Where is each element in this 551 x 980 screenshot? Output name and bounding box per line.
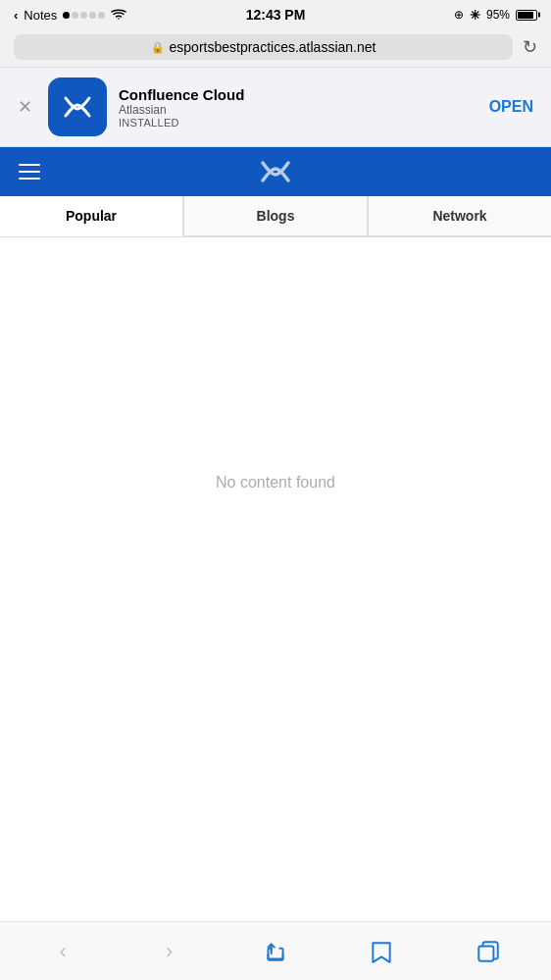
url-text: esportsbestpractices.atlassian.net (170, 39, 376, 55)
back-button[interactable]: ‹ (38, 930, 87, 973)
banner-close-button[interactable]: ✕ (14, 92, 36, 122)
app-company-text: Atlassian (119, 103, 474, 117)
dot-3 (80, 12, 87, 19)
refresh-button[interactable]: ↻ (523, 36, 537, 58)
bluetooth-icon: ✳ (470, 8, 480, 23)
dot-2 (72, 12, 78, 19)
status-left: ‹ Notes (14, 8, 126, 23)
tab-popular[interactable]: Popular (0, 196, 183, 236)
dot-5 (98, 12, 105, 19)
status-bar: ‹ Notes 12:43 PM ⊕ ✳ 95% (0, 0, 551, 27)
share-icon (263, 939, 288, 964)
back-chevron-icon: ‹ (60, 939, 67, 964)
signal-dots (63, 12, 105, 19)
app-icon (48, 77, 107, 136)
empty-state-message: No content found (216, 474, 335, 491)
app-name-text: Confluence Cloud (119, 86, 474, 103)
time-display: 12:43 PM (246, 7, 306, 23)
hamburger-line-3 (19, 178, 40, 180)
app-status-text: INSTALLED (119, 117, 474, 129)
hamburger-menu-button[interactable] (0, 147, 59, 196)
location-icon: ⊕ (454, 8, 464, 22)
svg-point-0 (119, 18, 121, 20)
dot-4 (89, 12, 96, 19)
url-bar: 🔒 esportsbestpractices.atlassian.net ↻ (0, 27, 551, 68)
tabs-button[interactable] (464, 930, 513, 973)
url-input[interactable]: 🔒 esportsbestpractices.atlassian.net (14, 34, 513, 60)
bookmarks-button[interactable] (357, 930, 406, 973)
app-name-label: Notes (24, 8, 57, 23)
tab-network[interactable]: Network (368, 196, 551, 236)
app-info: Confluence Cloud Atlassian INSTALLED (119, 86, 474, 129)
hamburger-line-2 (19, 171, 40, 173)
nav-confluence-icon (258, 154, 293, 189)
nav-bar (0, 147, 551, 196)
open-button[interactable]: OPEN (485, 98, 537, 116)
hamburger-line-1 (19, 164, 40, 166)
tabs-switcher-icon (476, 939, 501, 964)
hamburger-icon (19, 164, 40, 180)
tabs-bar: Popular Blogs Network (0, 196, 551, 237)
content-area: No content found (0, 237, 551, 728)
wifi-icon (111, 8, 126, 23)
bottom-bar: ‹ › (0, 921, 551, 980)
forward-button[interactable]: › (145, 930, 194, 973)
confluence-logo-icon (60, 89, 95, 125)
lock-icon: 🔒 (151, 41, 165, 54)
battery-icon (516, 10, 537, 21)
app-banner: ✕ Confluence Cloud Atlassian INSTALLED O… (0, 68, 551, 147)
status-right: ⊕ ✳ 95% (454, 8, 537, 23)
share-button[interactable] (251, 930, 300, 973)
dot-1 (63, 12, 70, 19)
bookmarks-icon (369, 939, 394, 964)
nav-logo (258, 154, 293, 189)
tab-blogs[interactable]: Blogs (183, 196, 368, 236)
forward-chevron-icon: › (166, 939, 173, 964)
back-indicator: ‹ (14, 8, 18, 23)
battery-fill (518, 12, 533, 19)
battery-percent: 95% (486, 8, 510, 22)
svg-rect-2 (478, 946, 493, 960)
